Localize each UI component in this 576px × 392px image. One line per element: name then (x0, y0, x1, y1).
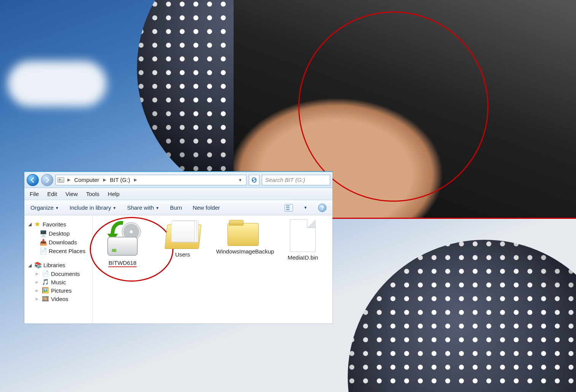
desktop-icon: 🖥️ (40, 230, 46, 237)
item-windowsimagebackup-folder[interactable]: WindowsImageBackup (216, 219, 269, 255)
caret-icon: ▹ (36, 279, 40, 285)
menu-file[interactable]: File (30, 191, 39, 197)
tree-videos-label: Videos (51, 296, 68, 302)
item-users-label: Users (175, 251, 190, 258)
menu-view[interactable]: View (65, 191, 78, 197)
address-dropdown-icon[interactable]: ▼ (236, 178, 245, 182)
recent-places-icon: 📄 (40, 247, 46, 255)
tree-documents-label: Documents (51, 271, 80, 277)
chevron-down-icon: ▼ (156, 206, 159, 210)
item-users-folder[interactable]: Users (156, 219, 209, 258)
tree-favorites[interactable]: ◢ ★ Favorites (27, 219, 90, 229)
caret-icon: ◢ (28, 221, 32, 227)
menu-bar: File Edit View Tools Help (24, 188, 333, 200)
backup-drive-icon (103, 219, 142, 257)
forward-button[interactable] (41, 174, 53, 186)
item-backup-folder[interactable]: BITWD618 (96, 219, 149, 267)
documents-icon: 📄 (42, 270, 49, 277)
toolbar-include-label: Include in library (70, 204, 111, 211)
tree-documents[interactable]: ▹ 📄 Documents (27, 269, 90, 278)
libraries-icon: 📚 (34, 261, 41, 269)
folder-icon (227, 219, 259, 246)
search-placeholder: Search BIT (G:) (265, 177, 305, 183)
toolbar-burn[interactable]: Burn (170, 204, 182, 211)
back-button[interactable] (27, 174, 39, 186)
caret-icon: ▹ (36, 296, 40, 301)
item-backup-label: BITWD618 (108, 260, 136, 267)
tree-recent-label: Recent Places (49, 248, 86, 254)
toolbar-include-in-library[interactable]: Include in library ▼ (70, 204, 116, 211)
tree-desktop-label: Desktop (49, 230, 70, 237)
explorer-body: ◢ ★ Favorites 🖥️ Desktop 📥 Downloads 📄 R… (24, 215, 333, 323)
pictures-icon: 🖼️ (42, 287, 49, 294)
search-input[interactable]: Search BIT (G:) (262, 175, 330, 185)
help-button[interactable]: ? (318, 204, 326, 212)
breadcrumb-computer[interactable]: Computer (73, 177, 100, 183)
toolbar-share-label: Share with (127, 204, 154, 211)
tree-videos[interactable]: ▹ 🎞️ Videos (27, 295, 90, 303)
breadcrumb-sep-icon: ▶ (133, 177, 138, 182)
navigation-pane: ◢ ★ Favorites 🖥️ Desktop 📥 Downloads 📄 R… (24, 215, 93, 323)
refresh-button[interactable] (249, 175, 259, 185)
chevron-down-icon[interactable]: ▼ (304, 206, 307, 210)
toolbar-share-with[interactable]: Share with ▼ (127, 204, 159, 211)
breadcrumb-sep-icon: ▶ (102, 177, 107, 182)
tree-pictures[interactable]: ▹ 🖼️ Pictures (27, 286, 90, 295)
downloads-icon: 📥 (40, 239, 46, 246)
item-wib-label: WindowsImageBackup (216, 248, 269, 255)
tree-recent-places[interactable]: 📄 Recent Places (27, 247, 90, 255)
breadcrumb-sep-icon: ▶ (67, 177, 71, 182)
content-pane: BITWD618 Users WindowsImageBackup MediaI… (93, 215, 333, 323)
caret-icon: ▹ (36, 288, 40, 293)
tree-favorites-label: Favorites (43, 221, 66, 228)
item-mediaid-file[interactable]: MediaID.bin (276, 219, 329, 261)
file-icon (290, 219, 316, 252)
tree-pictures-label: Pictures (51, 287, 72, 294)
menu-tools[interactable]: Tools (86, 191, 99, 197)
explorer-window: ▶ Computer ▶ BIT (G:) ▶ ▼ Search BIT (G:… (24, 171, 333, 323)
menu-edit[interactable]: Edit (47, 191, 57, 197)
breadcrumb-drive[interactable]: BIT (G:) (109, 177, 131, 183)
tree-downloads-label: Downloads (49, 239, 77, 245)
change-view-button[interactable] (285, 204, 293, 212)
caret-icon: ▹ (36, 271, 40, 276)
address-bar[interactable]: ▶ Computer ▶ BIT (G:) ▶ ▼ (56, 175, 247, 185)
tree-libraries-label: Libraries (43, 262, 65, 268)
videos-icon: 🎞️ (42, 295, 49, 302)
background-sphere-bottom (348, 240, 576, 392)
address-row: ▶ Computer ▶ BIT (G:) ▶ ▼ Search BIT (G:… (24, 172, 333, 188)
tree-music[interactable]: ▹ 🎵 Music (27, 278, 90, 286)
chevron-down-icon: ▼ (55, 206, 59, 210)
toolbar: Organize ▼ Include in library ▼ Share wi… (24, 200, 333, 215)
music-icon: 🎵 (42, 279, 49, 285)
tree-music-label: Music (51, 279, 66, 285)
tree-libraries[interactable]: ◢ 📚 Libraries (27, 261, 90, 269)
tree-downloads[interactable]: 📥 Downloads (27, 238, 90, 247)
toolbar-organize-label: Organize (30, 204, 54, 211)
menu-help[interactable]: Help (108, 191, 119, 197)
item-mediaid-label: MediaID.bin (288, 254, 318, 261)
drive-icon (57, 177, 64, 183)
tree-desktop[interactable]: 🖥️ Desktop (27, 229, 90, 238)
background-cloud (8, 61, 107, 107)
chevron-down-icon: ▼ (113, 206, 116, 210)
toolbar-new-folder[interactable]: New folder (193, 204, 220, 211)
caret-icon: ◢ (28, 263, 32, 268)
folder-open-icon (166, 219, 199, 249)
star-icon: ★ (34, 220, 40, 228)
toolbar-organize[interactable]: Organize ▼ (30, 204, 59, 211)
